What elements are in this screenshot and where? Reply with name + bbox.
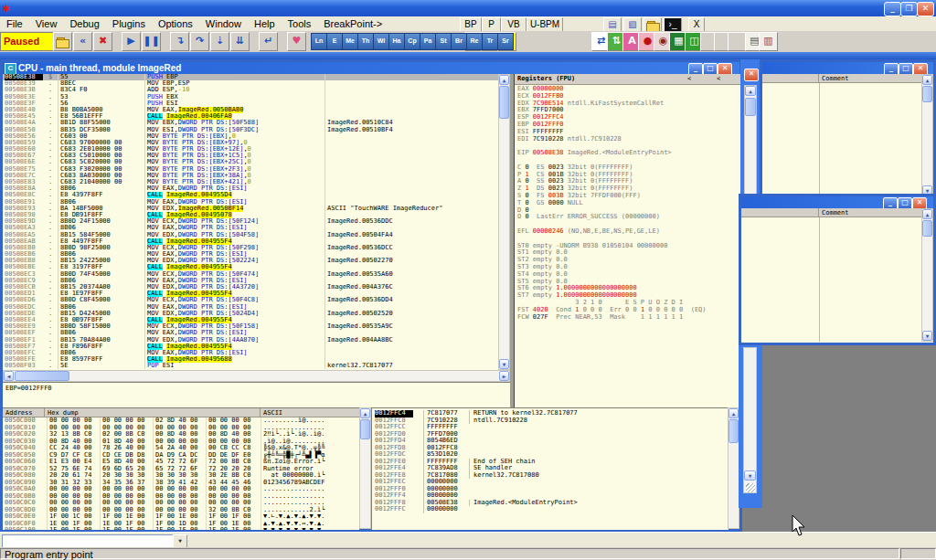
animate-into-button[interactable]: ⇣ [210, 32, 229, 51]
disasm-hscrollbar[interactable]: ◀ ▶ [3, 370, 510, 382]
log-icon[interactable]: ▧ [623, 17, 642, 32]
menu-breakpoint[interactable]: BreakPoint-> [317, 16, 388, 31]
disasm-row[interactable]: 00508E45.E8 56B1EFFFCALL ImageRed.00406F… [3, 113, 498, 120]
stack-row[interactable]: 0012FFEC00000000 [372, 479, 729, 486]
disasm-row[interactable]: 00508EA3.8B06MOV EAX,DWORD PTR DS:[ESI] [3, 225, 498, 231]
vscrollbar[interactable]: ▲ ▼ [921, 208, 933, 342]
disasm-row[interactable]: 00508E7C.C683 8A030000 00MOV BYTE PTR DS… [3, 173, 498, 179]
disassembly-pane[interactable]: 00508E38$55PUSH EBP00508E39.8BECMOV EBP,… [3, 74, 498, 370]
toolbar-letter-me[interactable]: Me [342, 33, 358, 50]
disasm-row[interactable]: 00508E8A.8B06MOV EAX,DWORD PTR DS:[ESI] [3, 185, 498, 192]
toolbar-letter-tr[interactable]: Tr [482, 33, 498, 50]
menu-view[interactable]: View [29, 16, 64, 31]
scroll-thumb[interactable] [15, 371, 69, 381]
menubar-button-u-bpm[interactable]: U-BPM [526, 17, 563, 32]
toolbar-letter-ha[interactable]: Ha [388, 33, 405, 50]
disasm-row[interactable]: 00508EAB.E8 4497F8FFCALL ImageRed.004955… [3, 238, 498, 245]
stack-row[interactable]: 0012FFCCFFFFFFFF [372, 424, 729, 431]
goto-button[interactable]: ♥ [287, 32, 306, 51]
toolbar-letter-st[interactable]: St [435, 33, 452, 50]
stack-row[interactable]: 0012FFF800508E38ImageRed.<ModuleEntryPoi… [372, 500, 729, 507]
vscrollbar[interactable]: ▲ ▼ [921, 74, 933, 196]
fragment-close-button[interactable]: ✕ [744, 69, 759, 81]
disasm-row[interactable]: 00508EBE.E8 3197F8FFCALL ImageRed.004955… [3, 264, 498, 270]
toolbar-letter-wi[interactable]: Wi [373, 33, 389, 50]
menu-options[interactable]: Options [152, 16, 199, 31]
open-file-button[interactable] [53, 32, 72, 51]
disasm-row[interactable]: 00508EDC.8B06MOV EAX,DWORD PTR DS:[ESI] [3, 304, 498, 311]
toolbar-letter-sr[interactable]: Sr [497, 33, 514, 50]
toolbar-letter-cp[interactable]: Cp [404, 33, 420, 50]
toolbar-letter-e[interactable]: E [326, 33, 343, 50]
scroll-up-arrow[interactable]: ▲ [922, 75, 932, 85]
stack-row[interactable]: 0012FFD07FFD7000 [372, 431, 729, 438]
menu-debug[interactable]: Debug [63, 16, 105, 31]
stack-row[interactable]: 0012FFF000000000 [372, 486, 729, 493]
panel-layout-button-2[interactable]: ▥ [759, 32, 778, 51]
menu-file[interactable]: File [0, 16, 29, 31]
console-icon[interactable]: ›_ [664, 17, 682, 32]
stack-row[interactable]: 0012FFC47C817077RETURN to kernel32.7C817… [372, 410, 729, 417]
scroll-down-arrow[interactable]: ▼ [499, 359, 509, 369]
menu-tools[interactable]: Tools [282, 16, 318, 31]
scroll-up-arrow[interactable]: ▲ [922, 209, 932, 219]
comment-window-top-titlebar[interactable]: _ □ ✕ [762, 62, 933, 74]
disasm-row[interactable]: 00508E56.C603 00MOV BYTE PTR DS:[EBX],0 [3, 133, 498, 140]
disasm-row[interactable]: 00508EB6.8B06MOV EAX,DWORD PTR DS:[ESI] [3, 251, 498, 258]
execute-return-button[interactable]: ↵ [259, 32, 278, 51]
disasm-row[interactable]: 00508EA5.8B15 584F5000MOV EDX,DWORD PTR … [3, 232, 498, 238]
stack-row[interactable]: 0012FFD48054B6ED [372, 438, 729, 445]
resize-grip[interactable] [746, 483, 755, 492]
scroll-right-arrow[interactable]: ▶ [499, 371, 509, 381]
disasm-row[interactable]: 00508EC9.8B06MOV EAX,DWORD PTR DS:[ESI] [3, 278, 498, 284]
menubar-button-bp[interactable]: BP [460, 17, 482, 32]
disasm-row[interactable]: 00508ED6.8B0D C8F45000MOV ECX,DWORD PTR … [3, 297, 498, 303]
toolbar-letter-pa[interactable]: Pa [420, 33, 436, 50]
animate-over-button[interactable]: ⇊ [230, 32, 250, 51]
disasm-row[interactable]: 00508E3B.83C4 F0ADD ESP,-10 [3, 87, 498, 93]
disasm-row[interactable]: 00508EDE.8B15 D4245000MOV EDX,DWORD PTR … [3, 311, 498, 317]
restore-button[interactable]: ❐ [900, 2, 918, 16]
comment-window-bottom-titlebar[interactable]: _ □ ✕ [741, 196, 933, 208]
disasm-row[interactable]: 00508EE4.E8 0B97F8FFCALL ImageRed.004955… [3, 317, 498, 323]
disasm-row[interactable]: 00508E9D.8B0D 24F15000MOV ECX,DWORD PTR … [3, 218, 498, 225]
disasm-row[interactable]: 00508ECB.8B15 20374A00MOV EDX,DWORD PTR … [3, 284, 498, 291]
dump-row[interactable]: 0050C1001F 00 1F 001F 00 1F 001F 00 1F 0… [3, 527, 359, 530]
toolbar-letter-th[interactable]: Th [357, 33, 374, 50]
disasm-row[interactable]: 00508E60.C683 2E010000 00MOV BYTE PTR DS… [3, 146, 498, 153]
disasm-row[interactable]: 00508E4A.8B1D 88F55000MOV EBX,DWORD PTR … [3, 120, 498, 126]
disasm-row[interactable]: 00508E93.BA 14BF5000MOV EDX,ImageRed.005… [3, 206, 498, 212]
disasm-row[interactable]: 00508E50.8B35 DCF35000MOV ESI,DWORD PTR … [3, 127, 498, 133]
step-over-button[interactable]: ↷ [190, 32, 209, 51]
disasm-row[interactable]: 00508E8C.E8 4397F8FFCALL ImageRed.004955… [3, 192, 498, 198]
disasm-row[interactable]: 00508E75.C683 F3020000 00MOV BYTE PTR DS… [3, 166, 498, 173]
main-titlebar[interactable]: ✱ _ ❐ ✕ [0, 0, 936, 16]
blank-button-3[interactable] [728, 32, 747, 51]
stack-row[interactable]: 0012FFC87C910228ntdll.7C910228 [372, 417, 729, 425]
disasm-vscrollbar[interactable]: ▲ ▼ [498, 74, 510, 370]
dump-pane[interactable]: Address Hex dump ASCII 0050C00000 00 00 … [3, 407, 359, 530]
scroll-thumb[interactable] [360, 419, 370, 439]
disasm-row[interactable]: 00508F03.5EPOP ESIkernel32.7C817077 [3, 363, 498, 369]
disasm-row[interactable]: 00508EFC.8B06MOV EAX,DWORD PTR DS:[ESI] [3, 350, 498, 356]
disasm-row[interactable]: 00508E67.C683 C5010000 00MOV BYTE PTR DS… [3, 153, 498, 159]
disasm-row[interactable]: 00508E40.B8 B0BA5000MOV EAX,ImageRed.005… [3, 107, 498, 113]
stack-row[interactable]: 0012FFFC00000000 [372, 506, 729, 513]
disasm-row[interactable]: 00508E3E.53PUSH EBX [3, 94, 498, 100]
restart-button[interactable]: « [73, 32, 92, 51]
menubar-button-vb[interactable]: VB [501, 17, 526, 32]
disasm-row[interactable]: 00508EEF.8B06MOV EAX,DWORD PTR DS:[ESI] [3, 330, 498, 336]
disasm-row[interactable]: 00508E98.E8 DB91F8FFCALL ImageRed.004950… [3, 212, 498, 218]
stack-row[interactable]: 0012FFE87C817080kernel32.7C817080 [372, 472, 729, 480]
stack-row[interactable]: 0012FFD80012FFC8 [372, 445, 729, 452]
scroll-up-arrow[interactable]: ▲ [745, 86, 756, 96]
close-button[interactable]: ✕ [917, 2, 934, 16]
disasm-row[interactable]: 00508EB8.8B15 24225000MOV EDX,DWORD PTR … [3, 258, 498, 264]
disasm-row[interactable]: 00508EF1.8B15 70A84A00MOV EDX,DWORD PTR … [3, 337, 498, 343]
folder-icon[interactable] [644, 17, 662, 32]
scroll-down-arrow[interactable]: ▼ [922, 331, 932, 341]
disasm-row[interactable]: 00508E83.C683 21040000 00MOV BYTE PTR DS… [3, 179, 498, 185]
expression-dropdown-button[interactable]: ▼ [173, 534, 187, 548]
disasm-row[interactable]: 00508EF7.E8 F896F8FFCALL ImageRed.004955… [3, 343, 498, 350]
stack-pane[interactable]: 0012FFC47C817077RETURN to kernel32.7C817… [371, 407, 729, 530]
